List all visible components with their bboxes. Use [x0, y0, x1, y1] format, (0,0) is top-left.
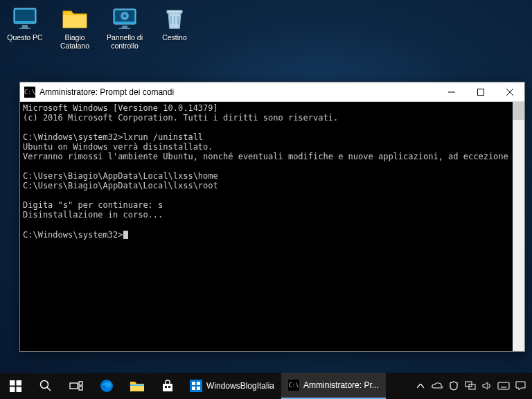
console-line: Verranno rimossi l'ambiente Ubuntu, nonc…: [23, 152, 524, 161]
console-line: Ubuntu on Windows verrà disinstallato.: [23, 142, 213, 152]
tray-defender-icon[interactable]: [446, 373, 461, 399]
console-line: C:\Users\Biagio\AppData\Local\lxss\root: [23, 181, 218, 190]
taskbar-item-command-prompt[interactable]: C:\ Amministratore: Pr...: [281, 373, 386, 399]
desktop-icon-this-pc[interactable]: Questo PC: [6, 6, 44, 50]
console-line: (c) 2016 Microsoft Corporation. Tutti i …: [23, 113, 338, 123]
folder-icon: [62, 6, 88, 32]
windows-icon: [10, 380, 21, 392]
edge-icon: [99, 378, 114, 393]
app-icon: [190, 380, 202, 392]
svg-rect-16: [10, 387, 15, 392]
svg-rect-21: [79, 382, 82, 385]
svg-rect-1: [15, 10, 35, 21]
search-button[interactable]: [30, 373, 61, 399]
svg-point-18: [41, 381, 48, 389]
svg-rect-11: [478, 89, 484, 95]
svg-rect-25: [130, 384, 144, 386]
taskbar: WindowsBlogItalia C:\ Amministratore: Pr…: [0, 373, 532, 399]
svg-rect-31: [192, 387, 195, 390]
control-panel-icon: [112, 6, 138, 32]
svg-line-19: [47, 387, 51, 391]
taskbar-store-button[interactable]: [152, 373, 183, 399]
window-controls: [437, 82, 524, 102]
desktop-icon-label: Pannello di controllo: [105, 33, 144, 50]
search-icon: [39, 380, 52, 392]
scrollbar-thumb[interactable]: [513, 102, 524, 120]
tray-chevron-up-icon[interactable]: [413, 373, 428, 399]
svg-rect-17: [16, 387, 21, 392]
svg-rect-26: [165, 386, 167, 388]
taskbar-explorer-button[interactable]: [122, 373, 152, 399]
command-prompt-icon: C:\: [24, 87, 35, 98]
tray-network-icon[interactable]: [463, 373, 478, 399]
svg-rect-2: [22, 25, 28, 28]
folder-icon: [130, 380, 145, 392]
desktop-icon-label: Cestino: [162, 33, 187, 42]
svg-rect-32: [197, 387, 200, 390]
desktop-icon-control-panel[interactable]: Pannello di controllo: [105, 6, 144, 50]
close-button[interactable]: [495, 82, 524, 102]
tray-action-center-icon[interactable]: [513, 373, 528, 399]
taskbar-edge-button[interactable]: [91, 373, 122, 399]
recycle-bin-icon: [161, 6, 188, 32]
maximize-button[interactable]: [466, 82, 495, 102]
svg-rect-9: [119, 28, 130, 29]
start-button[interactable]: [0, 373, 30, 399]
tray-keyboard-icon[interactable]: [496, 373, 511, 399]
desktop: Questo PC Biagio Catalano Pannello di co…: [6, 6, 194, 50]
svg-rect-22: [79, 387, 82, 390]
console-line: Disinstallazione in corso...: [23, 210, 163, 220]
text-cursor: [123, 231, 128, 239]
console-line: Digita "s" per continuare: s: [23, 200, 163, 210]
taskbar-item-label: WindowsBlogItalia: [206, 381, 274, 391]
task-view-icon: [69, 380, 83, 391]
svg-rect-28: [190, 380, 202, 392]
svg-rect-8: [122, 26, 127, 28]
desktop-icon-label: Biagio Catalano: [55, 33, 94, 50]
tray-onedrive-icon[interactable]: [429, 373, 445, 399]
console-output[interactable]: Microsoft Windows [Versione 10.0.14379] …: [20, 102, 524, 351]
svg-rect-3: [19, 28, 30, 29]
console-line: C:\Users\Biagio\AppData\Local\lxss\home: [23, 171, 218, 181]
svg-rect-27: [168, 386, 170, 388]
window-title: Amministratore: Prompt dei comandi: [39, 87, 437, 97]
command-prompt-window: C:\ Amministratore: Prompt dei comandi M…: [19, 82, 525, 352]
desktop-icon-user-folder[interactable]: Biagio Catalano: [55, 6, 94, 50]
svg-rect-29: [192, 382, 195, 385]
minimize-button[interactable]: [437, 82, 466, 102]
console-line: Microsoft Windows [Versione 10.0.14379]: [23, 103, 218, 113]
task-view-button[interactable]: [61, 373, 91, 399]
scrollbar[interactable]: [513, 102, 524, 351]
system-tray: [413, 373, 532, 399]
svg-rect-35: [498, 382, 509, 389]
console-line: C:\Windows\system32>: [23, 230, 123, 240]
svg-rect-14: [10, 380, 15, 386]
console-line: C:\Windows\system32>lxrun /uninstall: [23, 132, 203, 142]
svg-rect-15: [16, 380, 21, 386]
svg-rect-30: [197, 382, 200, 385]
desktop-icon-label: Questo PC: [7, 33, 42, 42]
monitor-icon: [12, 6, 38, 32]
taskbar-item-label: Amministratore: Pr...: [303, 380, 379, 390]
desktop-icon-recycle-bin[interactable]: Cestino: [155, 6, 194, 50]
svg-point-7: [123, 15, 126, 17]
command-prompt-icon: C:\: [288, 380, 299, 391]
taskbar-item-windowsblogitalia[interactable]: WindowsBlogItalia: [183, 373, 281, 399]
window-titlebar[interactable]: C:\ Amministratore: Prompt dei comandi: [20, 82, 524, 102]
tray-volume-icon[interactable]: [479, 373, 495, 399]
store-icon: [161, 379, 175, 393]
svg-rect-20: [70, 383, 78, 389]
